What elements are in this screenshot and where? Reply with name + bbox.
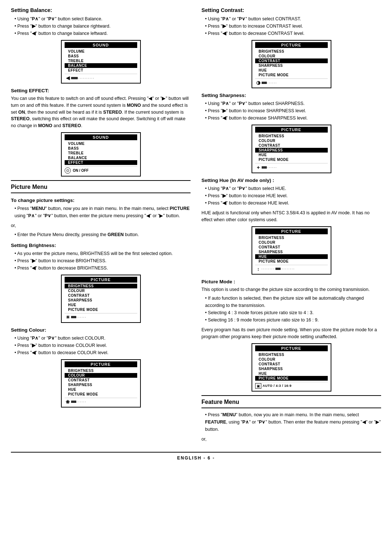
pic-item-contrast3: CONTRAST xyxy=(255,58,328,63)
pic-item-sharpness3: SHARPNESS xyxy=(255,63,328,68)
pic-item-brightness3: BRIGHTNESS xyxy=(255,49,328,54)
auto-label: AUTO / 4:3 / 16:9 xyxy=(263,384,292,388)
list-item: Press "◀" button to decrease BRIGHTNESS. xyxy=(11,264,191,272)
list-item: Press "▶" button to change balance right… xyxy=(11,23,191,30)
pic-item-picturemode2: PICTURE MODE xyxy=(65,392,137,397)
list-item: Using "P∧" or "P∨" button select SHARPNE… xyxy=(201,100,381,107)
pic-item-hue2: HUE xyxy=(65,387,137,392)
sound-menu-balance: SOUND VOLUME BASS TREBLE BALANCE EFFECT … xyxy=(61,40,141,84)
pic-item-hue5: HUE xyxy=(255,254,328,259)
left-arrow-icon: ◀ xyxy=(65,75,71,81)
main-content: Setting Balance: Using "P∧" or "P∨" butt… xyxy=(11,7,381,445)
sharpness-icon: + xyxy=(255,165,262,170)
to-change-list: Press "MENU" button, now you are in main… xyxy=(11,205,191,219)
pic-item-colour6: COLOUR xyxy=(255,357,328,362)
picture-mode-body2: Every program has its own picture mode s… xyxy=(201,327,381,340)
left-column: Setting Balance: Using "P∧" or "P∨" butt… xyxy=(11,7,191,445)
picture-menu-colour: PICTURE BRIGHTNESS COLOUR CONTRAST SHARP… xyxy=(61,359,141,408)
picture-menu-picturemode-title: PICTURE xyxy=(255,345,328,351)
pic-item-sharpness5: SHARPNESS xyxy=(255,250,328,254)
list-item: Press "▶" button to increase HUE level. xyxy=(201,192,381,199)
picture-menu-picturemode: PICTURE BRIGHTNESS COLOUR CONTRAST SHARP… xyxy=(252,343,331,392)
picturemode-icon: ▣ xyxy=(255,383,261,389)
menu-item-balance: BALANCE xyxy=(65,63,137,68)
pic-item-sharpness: SHARPNESS xyxy=(65,298,137,303)
menu-item-effect2: EFFECT xyxy=(65,160,137,165)
feature-menu-divider xyxy=(201,395,381,396)
feature-or-text: or, xyxy=(201,436,381,443)
picture-menu-sharpness-title: PICTURE xyxy=(255,127,328,133)
sound-menu-effect-title: SOUND xyxy=(65,134,137,140)
pic-item-sharpness6: SHARPNESS xyxy=(255,366,328,371)
setting-hue-list: Using "P∧" or "P∨" button select HUE. Pr… xyxy=(201,185,381,207)
contrast-icon: ◑ xyxy=(255,80,262,85)
list-item: Press "MENU" button, now you are in main… xyxy=(201,411,381,433)
to-change-title: To change picture settings: xyxy=(11,198,191,203)
pic-item-hue: HUE xyxy=(65,303,137,307)
pic-item-hue6: HUE xyxy=(255,371,328,376)
picture-menu-divider xyxy=(11,180,191,181)
picture-menu-title: Picture Menu xyxy=(11,184,191,190)
list-item: Using "P∧" or "P∨" button select CONTRAS… xyxy=(201,15,381,23)
feature-menu-title: Feature Menu xyxy=(201,399,381,405)
picture-mode-title: Picture Mode : xyxy=(201,279,381,284)
brightness-icon: ☀ xyxy=(65,315,71,320)
setting-sharpness-list: Using "P∧" or "P∨" button select SHARPNE… xyxy=(201,100,381,122)
setting-brightness-list: As you enter the picture menu, BRIGHTNES… xyxy=(11,250,191,272)
list-item: If auto function is selected, then the p… xyxy=(201,295,381,309)
page-footer: ENGLISH - 6 - xyxy=(11,452,381,462)
pic-item-sharpness4: SHARPNESS xyxy=(255,148,328,153)
list-item: Press "◀" button to decrease SHARPNESS l… xyxy=(201,114,381,122)
or-text-1: or, xyxy=(11,222,191,229)
pic-item-brightness2: BRIGHTNESS xyxy=(65,368,137,373)
pic-item-contrast5: CONTRAST xyxy=(255,245,328,250)
pic-item-picturemode3: PICTURE MODE xyxy=(255,73,328,77)
pic-item-brightness5: BRIGHTNESS xyxy=(255,235,328,240)
pic-item-colour5: COLOUR xyxy=(255,240,328,245)
picture-menu-brightness: PICTURE BRIGHTNESS COLOUR CONTRAST SHARP… xyxy=(61,275,141,323)
picturemode-bottom: ▣ AUTO / 4:3 / 16:9 xyxy=(255,382,328,389)
pic-item-brightness: BRIGHTNESS xyxy=(65,284,137,288)
menu-item-bass2: BASS xyxy=(65,146,137,151)
right-column: Setting Contrast: Using "P∧" or "P∨" but… xyxy=(201,7,381,445)
pic-item-colour4: COLOUR xyxy=(255,138,328,143)
pic-item-brightness4: BRIGHTNESS xyxy=(255,134,328,138)
pic-item-hue3: HUE xyxy=(255,68,328,73)
list-item: As you enter the picture menu, BRIGHTNES… xyxy=(11,250,191,257)
list-item: Press "▶" button to increase COLOUR leve… xyxy=(11,342,191,349)
pic-item-picturemode: PICTURE MODE xyxy=(65,307,137,312)
sound-menu-effect: SOUND VOLUME BASS TREBLE BALANCE EFFECT … xyxy=(61,132,141,177)
feature-menu-list: Press "MENU" button, now you are in main… xyxy=(201,411,381,433)
setting-brightness-title: Setting Brightness: xyxy=(11,243,191,248)
menu-item-effect: EFFECT xyxy=(65,68,137,73)
pic-item-picturemode4: PICTURE MODE xyxy=(255,157,328,162)
setting-hue-title: Setting Hue (In AV mode only) : xyxy=(201,178,381,183)
hue-note: HUE adjust is functional only when NTSC … xyxy=(201,210,381,223)
setting-contrast-list: Using "P∧" or "P∨" button select CONTRAS… xyxy=(201,15,381,37)
footer-text: ENGLISH - 6 - xyxy=(177,455,215,461)
pic-item-hue4: HUE xyxy=(255,153,328,157)
setting-balance-list: Using "P∧" or "P∨" button select Balance… xyxy=(11,15,191,37)
list-item: Selecting 4 : 3 mode forces picture rati… xyxy=(201,309,381,316)
setting-colour-list: Using "P∧" or "P∨" button select COLOUR.… xyxy=(11,335,191,356)
contrast-bottom: ◑ ·· ·· ·· xyxy=(255,78,328,85)
picture-mode-list: If auto function is selected, then the p… xyxy=(201,295,381,324)
list-item: Press "▶" button to increase CONTRAST le… xyxy=(201,23,381,30)
pic-item-contrast2: CONTRAST xyxy=(65,378,137,382)
pic-item-picturemode5: PICTURE MODE xyxy=(255,259,328,264)
setting-effect-body: You can use this feature to switch on an… xyxy=(11,95,191,129)
picture-menu-brightness-title: PICTURE xyxy=(65,277,137,283)
list-item: Press "▶" button to increase SHARPNESS l… xyxy=(201,107,381,114)
setting-colour-title: Setting Colour: xyxy=(11,327,191,333)
list-item: Press "◀" button to change balance leftw… xyxy=(11,30,191,37)
sound-menu-title: SOUND xyxy=(65,42,137,48)
list-item: Using "P∧" or "P∨" button select HUE. xyxy=(201,185,381,192)
feature-menu-divider2 xyxy=(201,408,381,408)
brightness-bottom: ☀ ·· ·· ·· xyxy=(65,313,137,320)
list-item: Press "MENU" button, now you are in main… xyxy=(11,205,191,219)
pic-item-contrast: CONTRAST xyxy=(65,293,137,298)
list-item: Press "◀" button to decrease HUE level. xyxy=(201,199,381,207)
list-item: Selecting 16 : 9 mode forces picture rat… xyxy=(201,316,381,324)
picture-mode-body1: This option is used to change the pictur… xyxy=(201,286,381,293)
sound-menu-bottom: ◀ ··· ·· ·· ·· · xyxy=(65,74,137,81)
